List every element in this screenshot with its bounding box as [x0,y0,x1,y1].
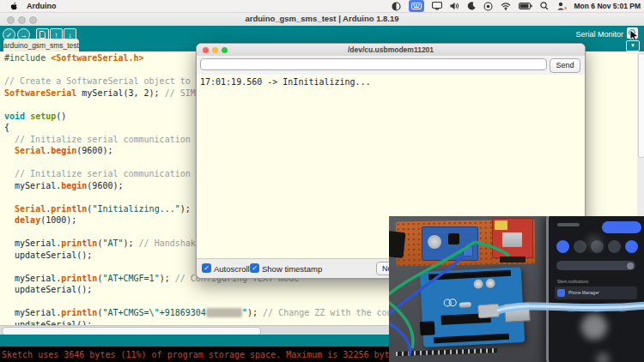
record-icon[interactable] [392,1,401,11]
code-token: ); [124,238,139,248]
code-token: ); [247,308,263,317]
wires-and-cable [389,216,644,362]
code-token: Serial [15,146,46,155]
timestamp-checkbox[interactable]: ✓ [250,263,259,273]
code-token: mySerial. [4,238,61,248]
code-token: // Create a SoftwareSerial object to con… [4,76,216,86]
code-token: "Initializing..." [92,204,179,214]
green-wire [389,242,475,299]
code-token: begin [61,181,87,190]
code-token: void [4,112,25,121]
serial-input-field[interactable] [200,58,547,70]
tab-arduino-gsm-sms-test[interactable]: arduino_gsm_sms_test [3,39,79,51]
code-line: mySerial.println("AT+CMGS=\"+91869304000… [4,307,413,319]
code-token: begin [51,146,76,155]
serial-output-line: 17:01:19.560 -> InInitializing... [197,75,585,87]
green-wire [475,242,509,256]
moon-icon[interactable] [467,1,476,11]
code-token: ); [180,204,191,214]
code-token: (9600); [76,146,112,155]
hardware-photo-overlay: Silent notifications Phone Manager [389,216,644,362]
serial-monitor-titlebar[interactable]: /dev/cu.usbmodem11201 [197,44,585,57]
check-icon: ✓ [6,31,13,39]
mouse-cursor [629,29,639,45]
apple-icon[interactable] [10,1,18,11]
code-token: SoftwareSerial [4,88,76,98]
usb-plug [478,304,500,318]
code-token: "AT+CMGS=\"+91869304 [102,308,205,317]
code-token: (9600); [87,181,123,190]
close-button[interactable] [203,47,209,53]
wifi-icon[interactable] [501,1,511,11]
send-button[interactable]: Send [550,58,580,73]
code-token: (1000); [40,215,76,225]
code-token: // Initialize serial communication wit [4,135,211,144]
code-token: println [61,274,97,283]
serial-monitor-label: Serial Monitor [575,30,623,39]
down-arrow-icon: ↓ [68,31,72,39]
menubar-clock[interactable]: Mon 6 Nov 5:01 PM [574,2,641,10]
autoscroll-label: Autoscroll [214,264,250,274]
serial-port-title: /dev/cu.usbmodem11201 [197,44,585,56]
code-token: mySerial. [4,274,61,283]
code-token: #include [4,53,51,63]
code-token: delay [15,215,40,225]
up-arrow-icon: ↑ [54,31,58,39]
page-icon [39,31,46,39]
code-token: println [61,308,97,317]
code-token: ); [160,274,175,283]
right-arrow-icon: → [20,31,27,39]
input-source-icon[interactable] [409,0,424,12]
code-token: () [56,112,66,121]
autoscroll-checkbox[interactable]: ✓ [202,263,211,273]
code-token: mySerial. [4,308,61,317]
code-token: { [4,123,9,132]
spotlight-icon[interactable] [540,1,549,11]
code-token: // Initialize serial communication wit [4,169,211,178]
scrollbar-thumb[interactable] [638,53,644,158]
code-token: println [51,204,87,214]
battery-icon[interactable] [519,1,532,11]
code-token: mySerial(3, 2); [76,88,164,98]
code-line [4,296,413,308]
timestamp-label: Show timestamp [262,264,322,274]
display-icon[interactable] [432,1,442,11]
user-icon[interactable] [556,1,567,11]
zoom-button[interactable] [222,47,228,53]
code-token [4,215,15,225]
code-token: <SoftwareSerial.h> [51,53,143,63]
volume-icon[interactable] [450,1,459,11]
macos-menubar: Arduino [0,0,644,13]
code-token: Serial [15,204,46,214]
code-line: updateSerial(); [4,284,413,296]
code-token: updateSerial(); [4,250,92,260]
code-token: "AT+CMGF=1" [102,274,159,283]
screen-record-icon[interactable] [483,1,493,11]
window-title: arduino_gsm_sms_test | Arduino 1.8.19 [0,14,644,23]
code-token [4,204,15,214]
screenshot-root: Arduino [0,0,644,362]
code-token: 0000000 [206,308,242,317]
code-token: mySerial. [4,181,61,190]
code-token: setup [30,112,56,121]
code-token [4,146,15,155]
code-token: updateSerial(); [4,285,92,294]
minimize-button[interactable] [212,47,218,53]
ide-titlebar: arduino_gsm_sms_test | Arduino 1.8.19 [0,12,644,27]
menubar-app-name[interactable]: Arduino [27,2,57,10]
code-token: println [61,238,97,248]
code-token: "AT" [102,238,123,248]
serial-input-row: Send [197,56,585,75]
